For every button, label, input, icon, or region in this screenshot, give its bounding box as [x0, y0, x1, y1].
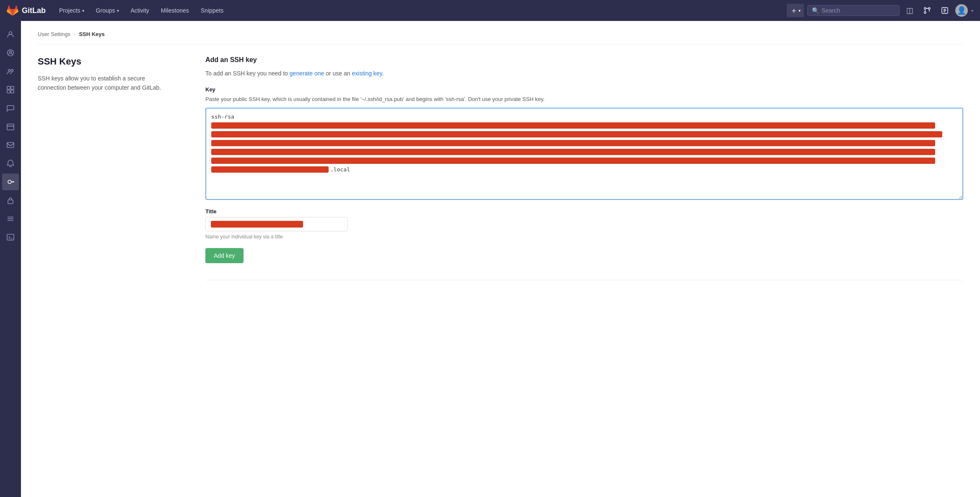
- sidebar-bell-icon[interactable]: [2, 155, 19, 172]
- add-ssh-description: To add an SSH key you need to generate o…: [205, 69, 963, 78]
- nav-activity[interactable]: Activity: [126, 5, 154, 16]
- svg-rect-20: [7, 234, 14, 240]
- page-description: SSH keys allow you to establish a secure…: [38, 74, 172, 93]
- search-icon: 🔍: [812, 7, 819, 14]
- svg-rect-13: [7, 126, 14, 130]
- sidebar-user-icon[interactable]: [2, 26, 19, 43]
- brand-label: GitLab: [22, 6, 46, 15]
- svg-point-15: [8, 180, 11, 184]
- sidebar-chat-icon[interactable]: [2, 100, 19, 116]
- right-panel: Add an SSH key To add an SSH key you nee…: [205, 56, 963, 280]
- breadcrumb-parent[interactable]: User Settings: [38, 31, 70, 37]
- panel-toggle-icon[interactable]: ◫: [903, 4, 917, 17]
- redacted-line-4: [211, 149, 935, 155]
- issues-icon[interactable]: [938, 5, 952, 16]
- page-title: SSH Keys: [38, 56, 172, 67]
- search-input[interactable]: [822, 7, 895, 14]
- key-line-start: ssh-rsa: [211, 114, 957, 120]
- generate-link[interactable]: generate one: [290, 70, 324, 77]
- redacted-partial: [211, 166, 329, 173]
- title-field-wrapper: Title Name your individual key via a tit…: [205, 208, 963, 240]
- sidebar-mail-icon[interactable]: [2, 137, 19, 153]
- sidebar-terminal-icon[interactable]: [2, 229, 19, 246]
- svg-rect-9: [7, 86, 10, 89]
- redacted-line-5: [211, 158, 935, 164]
- add-button[interactable]: ＋ ▾: [787, 4, 804, 17]
- key-ending: .local: [330, 166, 350, 173]
- sidebar-profile-icon[interactable]: [2, 44, 19, 61]
- sidebar: [0, 21, 21, 497]
- gitlab-brand[interactable]: GitLab: [7, 5, 46, 16]
- redacted-line-2: [211, 131, 942, 137]
- svg-rect-16: [8, 200, 13, 204]
- add-key-button[interactable]: Add key: [205, 248, 244, 263]
- redacted-line-1: [211, 122, 935, 129]
- sidebar-groups-icon[interactable]: [2, 63, 19, 80]
- title-input-display[interactable]: [205, 217, 348, 231]
- svg-point-6: [10, 51, 12, 53]
- svg-point-0: [924, 8, 926, 9]
- svg-point-2: [924, 12, 926, 13]
- nav-snippets[interactable]: Snippets: [196, 5, 228, 16]
- svg-rect-10: [11, 86, 14, 89]
- key-description: Paste your public SSH key, which is usua…: [205, 95, 963, 104]
- title-hint: Name your individual key via a title: [205, 234, 963, 240]
- avatar-dropdown-icon[interactable]: ▾: [971, 8, 973, 13]
- svg-rect-12: [11, 90, 14, 93]
- svg-rect-11: [7, 90, 10, 93]
- nav-projects[interactable]: Projects ▾: [54, 5, 89, 16]
- search-box[interactable]: 🔍: [807, 5, 900, 16]
- sidebar-settings-icon[interactable]: [2, 210, 19, 227]
- key-last-line: .local: [211, 166, 957, 173]
- sidebar-code-icon[interactable]: [2, 118, 19, 135]
- breadcrumb: User Settings › SSH Keys: [38, 31, 963, 44]
- sidebar-lock-icon[interactable]: [2, 192, 19, 209]
- top-navigation: GitLab Projects ▾ Groups ▾ Activity Mile…: [0, 0, 980, 21]
- left-panel: SSH Keys SSH keys allow you to establish…: [38, 56, 172, 280]
- breadcrumb-separator: ›: [74, 31, 75, 37]
- sidebar-key-icon[interactable]: [2, 173, 19, 190]
- add-ssh-title: Add an SSH key: [205, 56, 963, 64]
- breadcrumb-current: SSH Keys: [79, 31, 104, 37]
- nav-right: ＋ ▾ 🔍 ◫ 👤 ▾: [787, 4, 973, 17]
- sidebar-dashboard-icon[interactable]: [2, 81, 19, 98]
- key-visual-area[interactable]: ssh-rsa .local: [205, 108, 963, 200]
- svg-point-8: [11, 70, 13, 72]
- existing-link[interactable]: existing key: [352, 70, 382, 77]
- redacted-line-3: [211, 140, 935, 146]
- title-label: Title: [205, 208, 963, 215]
- title-redacted: [211, 221, 303, 228]
- divider: [205, 280, 963, 280]
- svg-rect-14: [7, 142, 14, 148]
- gitlab-logo: [7, 5, 18, 16]
- nav-milestones[interactable]: Milestones: [156, 5, 194, 16]
- key-label: Key: [205, 86, 963, 93]
- user-avatar[interactable]: 👤: [955, 4, 968, 17]
- nav-groups[interactable]: Groups ▾: [91, 5, 124, 16]
- title-input-wrapper: [205, 217, 963, 231]
- page-body: SSH Keys SSH keys allow you to establish…: [38, 53, 963, 280]
- nav-links: Projects ▾ Groups ▾ Activity Milestones …: [54, 5, 787, 16]
- svg-point-7: [8, 70, 10, 72]
- merge-requests-icon[interactable]: [920, 5, 934, 16]
- main-content: User Settings › SSH Keys SSH Keys SSH ke…: [21, 21, 980, 497]
